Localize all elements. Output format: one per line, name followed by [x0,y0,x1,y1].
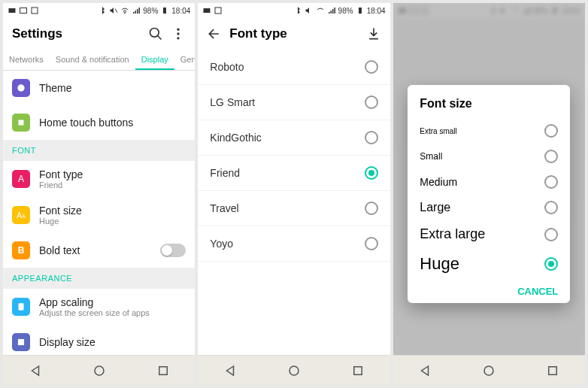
font-size-label: Font size [39,205,186,217]
back-icon[interactable] [207,26,222,41]
font-size-item[interactable]: AA Font size Huge [3,197,195,233]
svg-rect-17 [215,8,221,14]
svg-rect-0 [9,8,16,13]
nav-bar [3,355,195,385]
size-option[interactable]: Huge [408,248,570,280]
content: Theme Home touch buttons FONT A Font typ… [3,71,195,355]
svg-line-3 [115,9,117,13]
size-option[interactable]: Small [408,144,570,169]
bold-text-item[interactable]: B Bold text [3,233,195,268]
font-type-icon: A [12,170,30,188]
radio-icon [365,202,378,215]
dialog-title: Font size [408,97,570,118]
home-nav-icon[interactable] [92,364,106,377]
svg-point-7 [177,29,180,31]
tab-general[interactable]: General [174,50,195,70]
svg-rect-18 [359,8,362,14]
back-nav-icon[interactable] [223,364,237,377]
battery-icon [356,6,365,15]
size-label: Extra small [420,127,456,135]
svg-rect-1 [20,8,27,14]
theme-icon [12,79,30,97]
font-option[interactable]: LG Smart [198,85,389,120]
radio-icon [365,131,378,144]
font-size-icon: AA [12,206,30,224]
size-option[interactable]: Medium [408,169,570,195]
bold-icon: B [12,241,30,259]
back-nav-icon[interactable] [29,364,42,377]
home-nav-icon[interactable] [287,364,301,377]
size-label: Huge [420,254,459,274]
font-name: Travel [210,202,238,214]
radio-icon [365,237,378,250]
size-option[interactable]: Extra large [408,220,570,248]
tab-display[interactable]: Display [135,50,174,70]
font-option[interactable]: Friend [198,156,389,191]
app-scaling-sub: Adjust the screen size of apps [39,308,186,317]
display-size-icon [12,333,30,351]
home-nav-icon[interactable] [482,364,496,377]
font-option[interactable]: KindGothic [198,120,389,156]
svg-rect-2 [32,8,38,14]
tab-networks[interactable]: Networks [3,50,50,70]
theme-label: Theme [39,82,186,94]
size-option[interactable]: Extra small [408,118,570,144]
back-nav-icon[interactable] [418,364,432,377]
radio-icon [544,150,558,163]
font-name: Yoyo [210,238,233,250]
recent-nav-icon[interactable] [546,364,559,377]
header: Settings [3,18,195,50]
bluetooth-icon [293,6,302,15]
radio-icon [365,60,378,74]
signal-icon [327,6,336,15]
font-option[interactable]: Travel [198,191,389,226]
app-scaling-icon [12,298,30,316]
bold-toggle[interactable] [160,244,186,257]
page-title: Font type [229,26,358,41]
font-type-value: Friend [39,180,186,189]
mute-icon [305,6,314,15]
dialog-overlay[interactable]: Font size Extra smallSmallMediumLargeExt… [393,3,585,385]
svg-rect-26 [549,366,557,374]
download-icon[interactable] [366,26,381,41]
mail-icon [202,6,211,15]
font-list: RobotoLG SmartKindGothicFriendTravelYoyo [198,50,389,355]
svg-point-25 [484,366,493,375]
font-type-item[interactable]: A Font type Friend [3,161,195,197]
screenshot-icon [30,6,39,15]
search-icon[interactable] [148,26,163,41]
theme-item[interactable]: Theme [3,71,195,105]
radio-icon [544,228,558,241]
font-name: Friend [210,167,240,179]
image-icon [19,6,28,15]
font-size-dialog: Font size Extra smallSmallMediumLargeExt… [408,85,570,303]
status-bar: 98% 18:04 [3,3,195,18]
home-buttons-item[interactable]: Home touch buttons [3,105,195,140]
tab-sound[interactable]: Sound & notification [50,50,135,70]
svg-rect-12 [19,303,24,310]
font-name: Roboto [210,61,244,73]
clock: 18:04 [367,7,386,15]
recent-nav-icon[interactable] [351,364,365,377]
svg-point-10 [17,84,24,91]
font-option[interactable]: Roboto [198,50,389,85]
display-size-item[interactable]: Display size [3,325,195,355]
svg-rect-15 [159,366,168,374]
size-option[interactable]: Large [408,195,570,220]
app-scaling-item[interactable]: App scaling Adjust the screen size of ap… [3,289,195,325]
svg-rect-20 [354,366,362,374]
settings-screen: 98% 18:04 Settings Networks Sound & noti… [3,3,195,385]
cancel-button[interactable]: CANCEL [408,280,570,297]
svg-rect-4 [163,8,166,14]
battery-pct: 98% [143,7,158,15]
font-option[interactable]: Yoyo [198,226,389,262]
recent-nav-icon[interactable] [156,364,170,377]
svg-point-19 [289,366,299,375]
wifi-icon [120,6,129,15]
font-size-dialog-screen: 98% 18:04 Font size Extra smallSmallMedi… [393,3,585,385]
svg-line-6 [158,36,162,40]
screenshot-icon [214,6,223,15]
home-icon [12,114,30,132]
svg-point-8 [177,32,180,35]
more-icon[interactable] [171,26,186,41]
